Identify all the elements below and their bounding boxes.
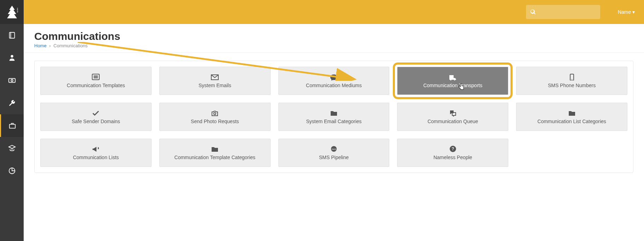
folder-icon: [330, 109, 338, 116]
tile-label: Send Photo Requests: [191, 119, 239, 124]
comment-icon: [330, 73, 338, 80]
svg-text:SMS: SMS: [331, 148, 336, 150]
tile-system-emails[interactable]: System Emails: [159, 67, 271, 95]
list-icon: [91, 73, 100, 80]
logo: HBCPN: [0, 0, 24, 24]
svg-point-13: [214, 113, 216, 115]
sidebar: HBCPN: [0, 0, 24, 241]
nav-book[interactable]: [0, 24, 24, 47]
svg-rect-4: [8, 79, 15, 83]
tile-communication-templates[interactable]: Communication Templates: [40, 67, 152, 95]
tile-communication-transports[interactable]: Communication Transports: [397, 67, 508, 95]
nav-wrench[interactable]: [0, 92, 24, 114]
camera-icon: [211, 109, 219, 116]
breadcrumb-current: Communications: [53, 43, 88, 48]
topbar: Name ▾: [24, 0, 644, 24]
folder-icon: [211, 145, 219, 152]
tile-safe-sender-domains[interactable]: Safe Sender Domains: [40, 103, 152, 131]
tile-system-email-categories[interactable]: System Email Categories: [278, 103, 390, 131]
tile-label: Nameless People: [433, 155, 472, 160]
svg-rect-6: [10, 124, 16, 128]
envelope-icon: [211, 73, 219, 80]
chat-icon: [449, 109, 457, 116]
tile-label: Communication Transports: [423, 83, 482, 88]
chart-icon: [8, 167, 16, 175]
bullhorn-icon: [91, 145, 100, 152]
tile-label: SMS Phone Numbers: [548, 83, 596, 88]
tile-label: Communication Mediums: [306, 83, 362, 88]
tile-communication-list-categories[interactable]: Communication List Categories: [516, 103, 627, 131]
user-menu[interactable]: Name ▾: [618, 9, 635, 15]
content-body: Communication TemplatesSystem EmailsComm…: [24, 53, 644, 241]
tile-label: System Emails: [199, 83, 231, 88]
breadcrumb-home[interactable]: Home: [34, 43, 47, 48]
page-title: Communications: [34, 30, 633, 42]
nav-chart[interactable]: [0, 159, 24, 182]
nav-graduation[interactable]: [0, 137, 24, 159]
tile-label: Communication Templates: [67, 83, 125, 88]
wrench-icon: [8, 99, 16, 107]
tile-label: Communication Queue: [427, 119, 478, 124]
tile-label: Communication Lists: [73, 155, 119, 160]
phone-icon: [568, 73, 576, 80]
svg-text:HBCPN: HBCPN: [17, 8, 18, 13]
sms-icon: SMS: [330, 145, 338, 152]
tile-panel: Communication TemplatesSystem EmailsComm…: [34, 61, 633, 173]
tile-communication-template-categories[interactable]: Communication Template Categories: [159, 139, 271, 167]
tile-communication-mediums[interactable]: Communication Mediums: [278, 67, 390, 95]
search-input[interactable]: [526, 5, 600, 19]
breadcrumb: Home › Communications: [34, 43, 633, 48]
tile-label: Communication List Categories: [537, 119, 606, 124]
graduation-icon: [8, 144, 16, 152]
folder-icon: [568, 109, 576, 116]
tile-label: SMS Pipeline: [319, 155, 349, 160]
nav-money[interactable]: [0, 69, 24, 92]
person-icon: [8, 54, 16, 62]
svg-point-3: [11, 55, 13, 58]
breadcrumb-separator: ›: [49, 43, 51, 48]
nav-briefcase[interactable]: [0, 114, 24, 137]
content-header: Communications Home › Communications: [24, 24, 644, 53]
svg-text:?: ?: [451, 146, 454, 151]
svg-point-12: [572, 79, 572, 80]
briefcase-icon: [8, 122, 16, 129]
tile-label: Safe Sender Domains: [72, 119, 120, 124]
tile-label: System Email Categories: [306, 119, 361, 124]
svg-point-5: [11, 79, 13, 82]
tile-sms-pipeline[interactable]: SMSSMS Pipeline: [278, 139, 390, 167]
truck-icon: [449, 73, 457, 80]
svg-rect-1: [9, 32, 14, 38]
tile-sms-phone-numbers[interactable]: SMS Phone Numbers: [516, 67, 627, 95]
tile-communication-lists[interactable]: Communication Lists: [40, 139, 152, 167]
tile-communication-queue[interactable]: Communication Queue: [397, 103, 508, 131]
user-label: Name: [618, 9, 631, 15]
tile-label: Communication Template Categories: [175, 155, 255, 160]
tile-nameless-people[interactable]: ?Nameless People: [397, 139, 508, 167]
search-icon: [530, 9, 536, 15]
money-icon: [8, 77, 16, 84]
nav-person[interactable]: [0, 47, 24, 69]
question-icon: ?: [449, 145, 457, 152]
book-icon: [8, 31, 16, 39]
check-icon: [91, 109, 100, 116]
chevron-down-icon: ▾: [632, 9, 635, 15]
tile-send-photo-requests[interactable]: Send Photo Requests: [159, 103, 271, 131]
